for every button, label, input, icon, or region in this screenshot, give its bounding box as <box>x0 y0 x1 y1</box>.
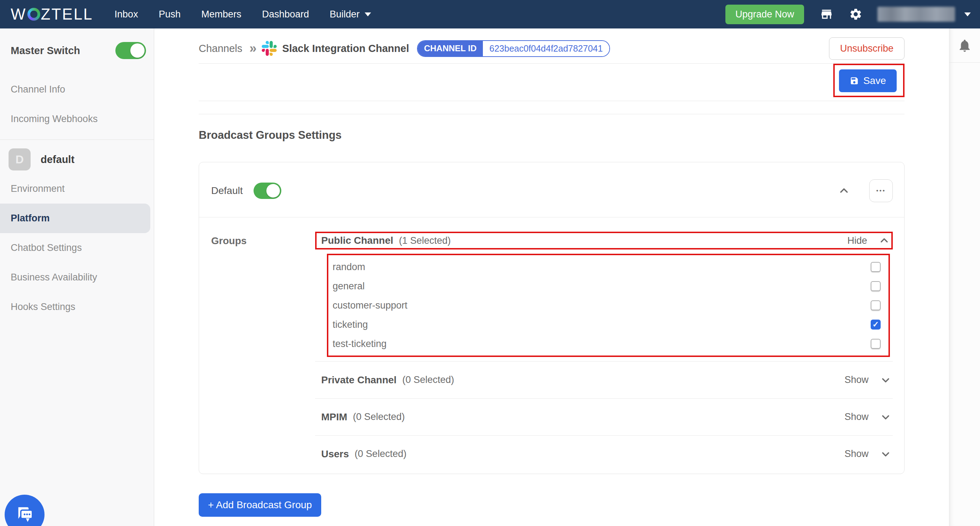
collapse-chevron-up-icon[interactable] <box>838 186 849 196</box>
master-switch-row: Master Switch <box>0 42 154 59</box>
channel-checkbox-general[interactable] <box>871 281 881 291</box>
chevron-up-icon[interactable] <box>879 235 889 246</box>
toggle-knob <box>130 43 145 58</box>
show-toggle-label[interactable]: Show <box>844 448 869 459</box>
channel-row-ticketing[interactable]: ticketing <box>332 315 881 334</box>
channel-id-label: CHANNEL ID <box>418 41 483 56</box>
section-title-public-channel: Public Channel <box>321 235 393 246</box>
section-count-private-channel: (0 Selected) <box>402 374 454 385</box>
nav-builder[interactable]: Builder <box>330 9 371 20</box>
slack-icon <box>262 41 277 56</box>
public-channel-list: random general customer-support tic <box>327 254 890 357</box>
chat-bubbles-icon <box>14 503 35 524</box>
nav-dashboard[interactable]: Dashboard <box>262 9 309 20</box>
channel-label: general <box>332 281 365 292</box>
account-menu[interactable] <box>877 7 971 22</box>
channel-checkbox-customer-support[interactable] <box>871 300 881 310</box>
logo-o-ring-icon <box>27 8 40 21</box>
environment-name: default <box>41 154 75 165</box>
main-content: Channels » Slack Integration Channel <box>154 29 949 526</box>
channel-id-badge: CHANNEL ID 623beac0f04d4f2ad7827041 <box>417 40 610 57</box>
section-title-mpim: MPIM <box>321 412 347 423</box>
channel-checkbox-random[interactable] <box>871 262 881 272</box>
hide-toggle-label[interactable]: Hide <box>847 235 867 246</box>
channel-row-customer-support[interactable]: customer-support <box>332 296 881 315</box>
more-options-button[interactable]: ••• <box>869 180 893 202</box>
chevron-down-icon <box>365 13 371 16</box>
broadcast-group-header: Default ••• <box>199 162 904 218</box>
chevron-down-icon[interactable] <box>881 449 891 459</box>
channel-label: random <box>332 262 365 273</box>
sidebar-item-environment[interactable]: Environment <box>0 174 154 203</box>
groups-label: Groups <box>211 232 315 474</box>
upgrade-now-button[interactable]: Upgrade Now <box>725 5 804 24</box>
woztell-logo[interactable]: WZTELL <box>11 5 93 23</box>
save-floppy-icon <box>850 76 859 86</box>
show-toggle-label[interactable]: Show <box>844 374 869 385</box>
nav-builder-label: Builder <box>330 9 360 20</box>
section-count-users: (0 Selected) <box>355 448 407 459</box>
breadcrumb: Channels » Slack Integration Channel <box>199 40 610 57</box>
page-title: Slack Integration Channel <box>282 43 409 54</box>
section-users-header[interactable]: Users (0 Selected) Show <box>315 435 893 472</box>
annotation-save-button: Save <box>833 64 905 97</box>
broadcast-group-name: Default <box>211 185 243 197</box>
sidebar-item-platform[interactable]: Platform <box>0 203 150 233</box>
channel-checkbox-test-ticketing[interactable] <box>871 339 881 349</box>
channel-label: ticketing <box>332 319 368 330</box>
broadcast-group-toggle[interactable] <box>253 183 281 199</box>
store-icon[interactable] <box>820 8 833 21</box>
section-mpim-header[interactable]: MPIM (0 Selected) Show <box>315 398 893 435</box>
sidebar-item-incoming-webhooks[interactable]: Incoming Webhooks <box>0 104 154 134</box>
section-title-private-channel: Private Channel <box>321 374 397 386</box>
broadcast-group-card: Default ••• Groups Public Channel (1 Sel… <box>199 162 905 474</box>
master-switch-label: Master Switch <box>11 45 80 57</box>
toggle-knob <box>266 184 280 197</box>
section-public-channel-header[interactable]: Public Channel (1 Selected) Hide <box>315 232 893 249</box>
nav-inbox[interactable]: Inbox <box>115 9 138 20</box>
sidebar-item-channel-info[interactable]: Channel Info <box>0 75 154 104</box>
channel-checkbox-ticketing[interactable] <box>871 319 881 329</box>
save-button-label: Save <box>863 75 886 86</box>
main-nav: Inbox Push Members Dashboard Builder <box>115 9 392 20</box>
channel-row-test-ticketing[interactable]: test-ticketing <box>332 334 881 353</box>
section-count-public-channel: (1 Selected) <box>399 235 451 246</box>
channel-label: customer-support <box>332 300 407 311</box>
breadcrumb-separator-icon: » <box>250 41 255 56</box>
section-private-channel-header[interactable]: Private Channel (0 Selected) Show <box>315 361 893 398</box>
nav-members[interactable]: Members <box>201 9 242 20</box>
breadcrumb-channels[interactable]: Channels <box>199 43 242 54</box>
divider <box>199 114 905 114</box>
environment-avatar: D <box>8 148 30 170</box>
section-title: Broadcast Groups Settings <box>199 129 905 142</box>
channel-id-value: 623beac0f04d4f2ad7827041 <box>483 41 609 56</box>
master-switch-toggle[interactable] <box>115 42 146 59</box>
chevron-down-icon[interactable] <box>881 412 891 422</box>
save-button[interactable]: Save <box>839 69 897 92</box>
add-broadcast-group-button[interactable]: + Add Broadcast Group <box>199 493 321 517</box>
sidebar: Master Switch Channel Info Incoming Webh… <box>0 29 154 526</box>
sidebar-item-chatbot-settings[interactable]: Chatbot Settings <box>0 233 154 263</box>
chevron-down-icon <box>964 13 971 16</box>
channel-label: test-ticketing <box>332 338 387 350</box>
show-toggle-label[interactable]: Show <box>844 412 869 423</box>
section-count-mpim: (0 Selected) <box>353 412 405 423</box>
settings-gear-icon[interactable] <box>849 8 862 21</box>
redacted-username <box>877 7 955 22</box>
bell-icon[interactable] <box>957 38 972 53</box>
chevron-down-icon[interactable] <box>881 375 891 385</box>
channel-row-general[interactable]: general <box>332 277 881 296</box>
logo-text-suffix: ZTELL <box>41 5 93 23</box>
environment-selector[interactable]: D default <box>0 145 154 174</box>
sidebar-item-hooks-settings[interactable]: Hooks Settings <box>0 292 154 322</box>
section-title-users: Users <box>321 448 349 460</box>
logo-text-prefix: W <box>11 5 27 23</box>
top-navbar: WZTELL Inbox Push Members Dashboard Buil… <box>0 0 980 29</box>
notifications-rail <box>949 29 980 526</box>
nav-push[interactable]: Push <box>159 9 181 20</box>
sidebar-item-business-availability[interactable]: Business Availability <box>0 263 154 292</box>
sidebar-divider <box>0 140 154 140</box>
unsubscribe-button[interactable]: Unsubscribe <box>829 37 905 60</box>
channel-row-random[interactable]: random <box>332 257 881 277</box>
